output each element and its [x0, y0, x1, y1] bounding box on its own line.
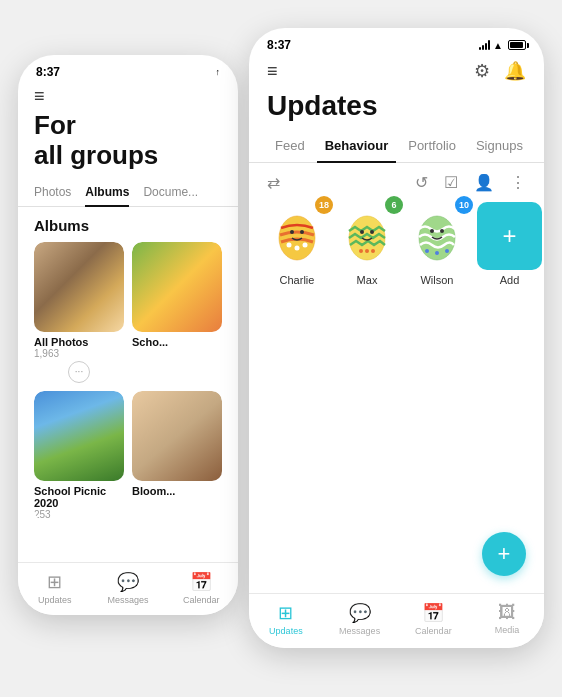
svg-point-11 — [371, 249, 375, 253]
wifi-icon: ▲ — [493, 40, 503, 51]
album-card-bloom[interactable]: Bloom... — [132, 391, 222, 520]
add-label: Add — [500, 274, 520, 286]
student-card-charlie[interactable]: 18 Charlie — [267, 202, 327, 286]
right-status-bar: 8:37 ▲ — [249, 28, 544, 56]
svg-point-6 — [300, 230, 304, 234]
album-info-bloom: Bloom... — [132, 481, 222, 497]
tab-behaviour[interactable]: Behaviour — [317, 132, 397, 163]
nav-calendar-label: Calendar — [183, 595, 220, 605]
tab-signups[interactable]: Signups — [468, 132, 531, 163]
settings-icon[interactable]: ⚙ — [474, 60, 490, 82]
right-calendar-icon: 📅 — [422, 602, 444, 624]
wilson-badge: 10 — [455, 196, 473, 214]
right-status-time: 8:37 — [267, 38, 291, 52]
student-card-wilson[interactable]: 10 Wilson — [407, 202, 467, 286]
album-thumb-picnic — [34, 391, 124, 481]
student-avatar-charlie: 18 — [267, 202, 327, 270]
svg-point-13 — [370, 230, 374, 234]
svg-point-2 — [287, 243, 292, 248]
albums-section-label: Albums — [34, 217, 222, 234]
svg-point-9 — [365, 249, 369, 253]
album-card-school[interactable]: Scho... — [132, 242, 222, 383]
add-student-button[interactable]: + — [477, 202, 542, 270]
more-options-icon[interactable]: ⋮ — [510, 173, 526, 192]
student-avatar-wilson: 10 — [407, 202, 467, 270]
right-nav-media[interactable]: 🖼 Media — [470, 602, 544, 636]
max-name: Max — [357, 274, 378, 286]
right-messages-label: Messages — [339, 626, 380, 636]
tab-feed[interactable]: Feed — [267, 132, 313, 163]
left-status-bar: 8:37 ↑ — [18, 55, 238, 83]
right-nav-calendar[interactable]: 📅 Calendar — [397, 602, 471, 636]
svg-point-12 — [360, 230, 364, 234]
album-info-picnic: School Picnic 2020 253 — [34, 481, 124, 520]
bell-icon[interactable]: 🔔 — [504, 60, 526, 82]
shuffle-icon[interactable]: ⇄ — [267, 173, 280, 192]
album-count-picnic: 253 — [34, 509, 124, 520]
right-nav-updates[interactable]: ⊞ Updates — [249, 602, 323, 636]
left-tab-bar: Photos Albums Docume... — [18, 179, 238, 207]
students-row: 18 Charlie — [249, 202, 544, 286]
nav-updates-label: Updates — [38, 595, 72, 605]
person-icon[interactable]: 👤 — [474, 173, 494, 192]
right-calendar-label: Calendar — [415, 626, 452, 636]
svg-point-18 — [445, 249, 449, 253]
nav-messages[interactable]: 💬 Messages — [91, 571, 164, 605]
nav-updates[interactable]: ⊞ Updates — [18, 571, 91, 605]
fab-plus-icon: + — [498, 541, 511, 567]
undo-icon[interactable]: ↺ — [415, 173, 428, 192]
student-card-max[interactable]: 6 Max — [337, 202, 397, 286]
right-updates-icon: ⊞ — [278, 602, 293, 624]
wilson-egg-icon — [413, 207, 461, 265]
right-hamburger-icon[interactable]: ≡ — [267, 61, 278, 82]
left-hamburger-icon[interactable]: ≡ — [34, 87, 222, 105]
album-name-all-photos: All Photos — [34, 336, 124, 348]
fab-button[interactable]: + — [482, 532, 526, 576]
left-bottom-nav: ⊞ Updates 💬 Messages 📅 Calendar — [18, 562, 238, 615]
album-info-school: Scho... — [132, 332, 222, 348]
svg-point-20 — [440, 229, 444, 233]
svg-point-3 — [295, 246, 300, 251]
right-header-icons: ⚙ 🔔 — [474, 60, 526, 82]
svg-point-16 — [425, 249, 429, 253]
nav-messages-label: Messages — [107, 595, 148, 605]
album-name-picnic: School Picnic 2020 — [34, 485, 124, 509]
tab-documents[interactable]: Docume... — [143, 179, 198, 207]
left-page-title: For all groups — [34, 111, 222, 171]
left-phone: 8:37 ↑ ≡ For all groups Photos Albums Do… — [18, 55, 238, 615]
tab-portfolio[interactable]: Portfolio — [400, 132, 464, 163]
album-thumb-bloom — [132, 391, 222, 481]
wilson-name: Wilson — [420, 274, 453, 286]
nav-calendar[interactable]: 📅 Calendar — [165, 571, 238, 605]
svg-point-10 — [359, 249, 363, 253]
tab-photos[interactable]: Photos — [34, 179, 71, 207]
tab-albums[interactable]: Albums — [85, 179, 129, 207]
student-avatar-max: 6 — [337, 202, 397, 270]
calendar-icon: 📅 — [190, 571, 212, 593]
messages-icon: 💬 — [117, 571, 139, 593]
album-thumb-all-photos — [34, 242, 124, 332]
svg-point-19 — [430, 229, 434, 233]
location-arrow-icon: ↑ — [216, 67, 221, 77]
battery-icon — [508, 40, 526, 50]
right-header: ≡ ⚙ 🔔 — [249, 56, 544, 90]
toolbar-actions: ↺ ☑ 👤 ⋮ — [415, 173, 526, 192]
album-card-picnic[interactable]: School Picnic 2020 253 — [34, 391, 124, 520]
left-status-time: 8:37 — [36, 65, 60, 79]
right-tab-bar: Feed Behaviour Portfolio Signups — [249, 132, 544, 163]
signal-bars-icon — [479, 40, 490, 50]
more-btn-all-photos[interactable]: ··· — [68, 361, 90, 383]
check-icon[interactable]: ☑ — [444, 173, 458, 192]
albums-section: Albums All Photos 1,963 ··· Scho... — [18, 207, 238, 520]
updates-icon: ⊞ — [47, 571, 62, 593]
right-nav-messages[interactable]: 💬 Messages — [323, 602, 397, 636]
max-badge: 6 — [385, 196, 403, 214]
charlie-badge: 18 — [315, 196, 333, 214]
album-card-all-photos[interactable]: All Photos 1,963 ··· — [34, 242, 124, 383]
right-media-icon: 🖼 — [498, 602, 516, 623]
album-name-bloom: Bloom... — [132, 485, 222, 497]
svg-point-17 — [435, 251, 439, 255]
charlie-name: Charlie — [280, 274, 315, 286]
album-more-all-photos: ··· — [34, 361, 124, 383]
add-student-wrapper: + Add — [477, 202, 542, 286]
